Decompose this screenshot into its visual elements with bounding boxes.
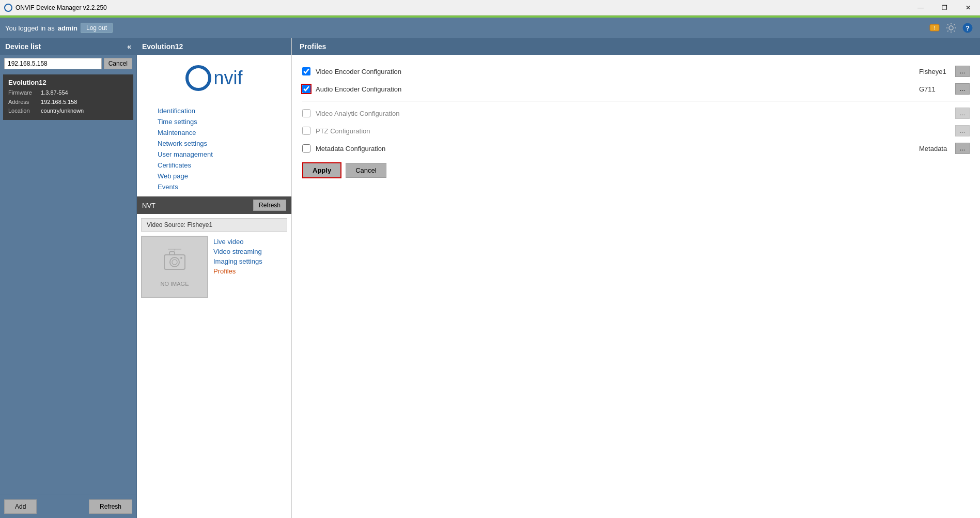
- minimize-button[interactable]: —: [909, 0, 932, 16]
- ptz-dots-button[interactable]: ...: [955, 125, 970, 136]
- video-analytic-checkbox[interactable]: [302, 109, 310, 117]
- video-encoder-dots-button[interactable]: ...: [955, 66, 970, 77]
- nvt-profiles[interactable]: Profiles: [213, 267, 262, 275]
- sidebar-header: Device list «: [0, 38, 136, 55]
- nav-time-settings[interactable]: Time settings: [158, 117, 271, 126]
- app-icon: [4, 4, 12, 12]
- right-panel: Profiles Video Encoder Configuration Fis…: [292, 38, 980, 518]
- svg-text:?: ?: [966, 24, 970, 32]
- video-source-bar: Video Source: Fisheye1: [141, 218, 287, 232]
- onvif-o-circle: [185, 65, 211, 91]
- refresh-devices-button[interactable]: Refresh: [89, 499, 132, 514]
- address-value: 192.168.5.158: [41, 99, 77, 105]
- audio-encoder-value: G711: [919, 85, 950, 93]
- username-label: admin: [58, 24, 77, 32]
- nav-web-page[interactable]: Web page: [158, 172, 271, 180]
- toolbar-right: ! ?: [927, 21, 975, 35]
- nav-events[interactable]: Events: [158, 182, 271, 191]
- device-panel-header: Evolution12: [137, 38, 291, 55]
- profiles-header: Profiles: [292, 38, 980, 55]
- svg-point-6: [170, 257, 179, 267]
- ptz-checkbox[interactable]: [302, 127, 310, 135]
- profiles-cancel-button[interactable]: Cancel: [346, 163, 386, 178]
- nvt-refresh-button[interactable]: Refresh: [253, 200, 286, 211]
- profile-separator: [302, 101, 970, 101]
- nvt-live-video[interactable]: Live video: [213, 238, 262, 246]
- middle-panel: Evolution12 nvif Identification Time set…: [137, 38, 292, 518]
- sidebar-title: Device list: [5, 42, 41, 51]
- nvt-section: NVT Refresh Video Source: Fisheye1: [137, 196, 291, 518]
- profile-row-audio-encoder: Audio Encoder Configuration G711 ...: [302, 80, 970, 98]
- nav-maintenance[interactable]: Maintenance: [158, 128, 271, 137]
- device-name: Evolution12: [8, 79, 128, 86]
- nav-network-settings[interactable]: Network settings: [158, 139, 271, 148]
- firmware-label: Firmware: [8, 88, 39, 98]
- nav-user-management[interactable]: User management: [158, 150, 271, 159]
- location-label: Location: [8, 106, 39, 116]
- address-row: Address 192.168.5.158: [8, 98, 128, 107]
- window-controls: — ❐ ✕: [909, 0, 980, 16]
- maximize-button[interactable]: ❐: [932, 0, 956, 16]
- firmware-row: Firmware 1.3.87-554: [8, 88, 128, 98]
- firmware-value: 1.3.87-554: [41, 89, 68, 96]
- nvt-video-streaming[interactable]: Video streaming: [213, 248, 262, 255]
- metadata-dots-button[interactable]: ...: [955, 143, 970, 154]
- search-cancel-button[interactable]: Cancel: [104, 58, 132, 69]
- svg-point-0: [5, 4, 12, 11]
- profiles-actions: Apply Cancel: [302, 157, 970, 184]
- nvt-links: Live video Video streaming Imaging setti…: [213, 236, 262, 298]
- profile-row-video-encoder: Video Encoder Configuration Fisheye1 ...: [302, 63, 970, 80]
- location-value: country/unknown: [41, 108, 84, 114]
- device-info: Firmware 1.3.87-554 Address 192.168.5.15…: [8, 88, 128, 116]
- svg-rect-8: [169, 252, 175, 255]
- profile-row-ptz: PTZ Configuration ...: [302, 122, 970, 140]
- nvt-header: NVT Refresh: [137, 196, 291, 214]
- video-analytic-dots-button[interactable]: ...: [955, 108, 970, 119]
- nav-identification[interactable]: Identification: [158, 106, 271, 115]
- device-nav: Identification Time settings Maintenance…: [137, 101, 291, 196]
- audio-encoder-label: Audio Encoder Configuration: [316, 85, 909, 93]
- sidebar-collapse-btn[interactable]: «: [127, 42, 131, 51]
- onvif-logo-inner: nvif: [185, 65, 242, 91]
- nvt-label: NVT: [142, 202, 155, 209]
- svg-point-9: [180, 257, 182, 259]
- profiles-content: Video Encoder Configuration Fisheye1 ...…: [292, 55, 980, 518]
- onvif-logo: nvif: [137, 55, 291, 101]
- title-bar: ONVIF Device Manager v2.2.250 — ❐ ✕: [0, 0, 980, 16]
- no-image-label: NO IMAGE: [160, 281, 189, 287]
- close-button[interactable]: ✕: [956, 0, 980, 16]
- notification-icon[interactable]: !: [927, 21, 942, 35]
- sidebar-bottom: Add Refresh: [0, 495, 136, 518]
- no-image-box: ? NO IMAGE: [141, 236, 208, 298]
- search-input[interactable]: [4, 58, 102, 69]
- svg-text:!: !: [934, 25, 936, 31]
- metadata-checkbox[interactable]: [302, 144, 310, 153]
- location-row: Location country/unknown: [8, 106, 128, 116]
- device-list-item[interactable]: Evolution12 Firmware 1.3.87-554 Address …: [3, 74, 133, 120]
- help-icon[interactable]: ?: [960, 21, 975, 35]
- video-encoder-label: Video Encoder Configuration: [316, 68, 909, 75]
- app-title: ONVIF Device Manager v2.2.250: [15, 4, 107, 11]
- nvt-imaging-settings[interactable]: Imaging settings: [213, 257, 262, 265]
- settings-icon[interactable]: [944, 21, 958, 35]
- add-device-button[interactable]: Add: [4, 499, 37, 514]
- nav-certificates[interactable]: Certificates: [158, 161, 271, 170]
- logout-button[interactable]: Log out: [81, 23, 113, 33]
- ptz-label: PTZ Configuration: [316, 127, 909, 135]
- login-text: You logged in as: [5, 24, 55, 32]
- onvif-text: nvif: [213, 67, 242, 89]
- nvt-content: ? NO IMAGE Live video Video streaming Im…: [137, 236, 291, 298]
- sidebar-search: Cancel: [0, 55, 136, 72]
- profile-row-video-analytic: Video Analytic Configuration ...: [302, 104, 970, 122]
- audio-encoder-checkbox[interactable]: [302, 85, 310, 93]
- main-layout: Device list « Cancel Evolution12 Firmwar…: [0, 38, 980, 518]
- video-encoder-value: Fisheye1: [919, 68, 950, 75]
- video-encoder-checkbox[interactable]: [302, 67, 310, 75]
- address-label: Address: [8, 98, 39, 107]
- svg-point-7: [172, 260, 177, 265]
- audio-encoder-dots-button[interactable]: ...: [955, 83, 970, 95]
- apply-button[interactable]: Apply: [302, 162, 341, 178]
- toolbar: You logged in as admin Log out ! ?: [0, 18, 980, 38]
- toolbar-left: You logged in as admin Log out: [5, 23, 113, 33]
- camera-icon: ?: [162, 247, 188, 278]
